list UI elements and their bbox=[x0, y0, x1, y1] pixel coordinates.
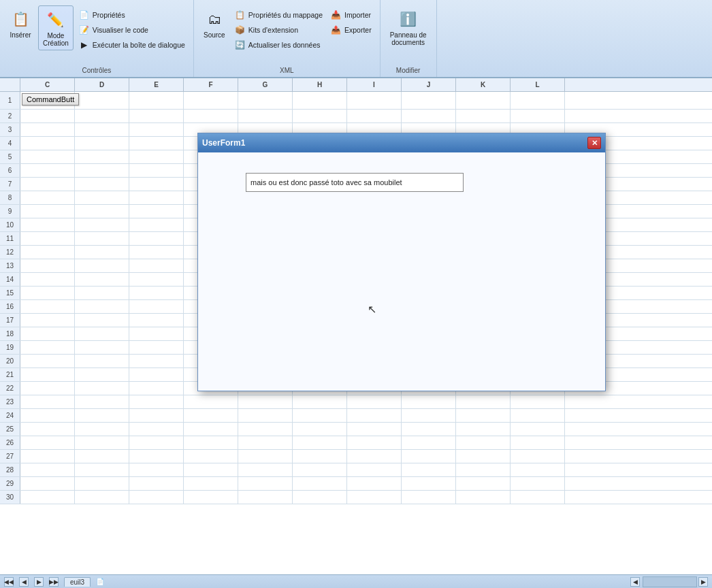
actualiser-icon: 🔄 bbox=[235, 39, 246, 50]
col-header-e: E bbox=[129, 78, 184, 91]
col-header-d: D bbox=[75, 78, 129, 91]
proprietes-mappage-label: Propriétés du mappage bbox=[248, 11, 323, 19]
col-header-i: I bbox=[347, 78, 402, 91]
horizontal-scrollbar-thumb[interactable] bbox=[643, 576, 697, 587]
col-header-k: K bbox=[456, 78, 511, 91]
tab-nav-prev[interactable]: ◀ bbox=[19, 577, 29, 587]
table-row: 27 bbox=[0, 450, 712, 463]
visualiser-code-icon: 📝 bbox=[79, 24, 90, 35]
cell-i1[interactable] bbox=[347, 92, 402, 109]
table-row: 1 CommandButt bbox=[0, 92, 712, 110]
inserer-label: Insérer bbox=[10, 31, 31, 39]
actualiser-label: Actualiser les données bbox=[248, 41, 321, 49]
userform-dialog[interactable]: UserForm1 ✕ bbox=[197, 133, 606, 391]
ribbon-buttons-controles: 📋 Insérer ✏️ ModeCréation 📄 Propriétés 📝… bbox=[5, 3, 188, 74]
table-row: 26 bbox=[0, 436, 712, 450]
dialog-textbox[interactable] bbox=[246, 173, 464, 192]
sheet-tab-label: euil3 bbox=[70, 578, 84, 586]
proprietes-mappage-button[interactable]: 📋 Propriétés du mappage bbox=[232, 8, 325, 22]
ribbon-section-controles: 📋 Insérer ✏️ ModeCréation 📄 Propriétés 📝… bbox=[0, 0, 194, 77]
source-label: Source bbox=[204, 31, 225, 39]
modifier-section-label: Modifier bbox=[381, 67, 436, 74]
mode-creation-button[interactable]: ✏️ ModeCréation bbox=[38, 5, 74, 50]
command-button-label: CommandButt bbox=[27, 95, 74, 103]
visualiser-code-button[interactable]: 📝 Visualiser le code bbox=[76, 23, 188, 37]
cell-h1[interactable] bbox=[293, 92, 347, 109]
actualiser-button[interactable]: 🔄 Actualiser les données bbox=[232, 38, 325, 52]
panneau-documents-button[interactable]: ℹ️ Panneau dedocuments bbox=[386, 5, 431, 49]
sheet-icon: 📄 bbox=[96, 578, 104, 585]
kits-icon: 📦 bbox=[235, 24, 246, 35]
controles-section-label: Contrôles bbox=[0, 67, 193, 74]
importer-label: Importer bbox=[344, 11, 371, 19]
dialog-close-button[interactable]: ✕ bbox=[587, 137, 601, 149]
executer-boite-button[interactable]: ▶ Exécuter la boîte de dialogue bbox=[76, 38, 188, 52]
scroll-right-btn[interactable]: ▶ bbox=[698, 577, 708, 587]
table-row: 28 bbox=[0, 463, 712, 477]
row-num-header bbox=[0, 78, 20, 91]
status-bar: ◀◀ ◀ ▶ ▶▶ euil3 📄 ◀ ▶ bbox=[0, 574, 712, 588]
column-header-row: C D E F G H I J K L bbox=[0, 78, 712, 92]
xml-section-label: XML bbox=[194, 67, 380, 74]
cmd-button-cell[interactable]: CommandButt bbox=[20, 92, 75, 109]
executer-label: Exécuter la boîte de dialogue bbox=[93, 41, 185, 49]
tab-nav-last[interactable]: ▶▶ bbox=[49, 577, 59, 587]
table-row: 2 bbox=[0, 110, 712, 123]
proprietes-icon: 📄 bbox=[79, 10, 90, 20]
ribbon: 📋 Insérer ✏️ ModeCréation 📄 Propriétés 📝… bbox=[0, 0, 712, 78]
table-row: 29 bbox=[0, 477, 712, 491]
col-header-j: J bbox=[402, 78, 456, 91]
exporter-icon: 📤 bbox=[331, 24, 342, 35]
ribbon-section-modifier: ℹ️ Panneau dedocuments Modifier bbox=[381, 0, 437, 77]
col-header-l: L bbox=[511, 78, 565, 91]
table-row: 25 bbox=[0, 423, 712, 436]
dialog-titlebar: UserForm1 ✕ bbox=[198, 133, 605, 152]
col-header-c: C bbox=[20, 78, 75, 91]
scroll-left-btn[interactable]: ◀ bbox=[630, 577, 640, 587]
visualiser-code-label: Visualiser le code bbox=[93, 26, 148, 34]
cell-g1[interactable] bbox=[238, 92, 293, 109]
cell-j1[interactable] bbox=[402, 92, 456, 109]
cell-e1[interactable] bbox=[129, 92, 184, 109]
cell-d1[interactable] bbox=[75, 92, 129, 109]
kits-extension-button[interactable]: 📦 Kits d'extension bbox=[232, 23, 325, 37]
command-button-widget[interactable]: CommandButt bbox=[22, 93, 79, 105]
main-area: C D E F G H I J K L 1 CommandButt bbox=[0, 78, 712, 588]
tab-nav-next[interactable]: ▶ bbox=[34, 577, 44, 587]
cell-f1[interactable] bbox=[184, 92, 238, 109]
tab-nav-first[interactable]: ◀◀ bbox=[4, 577, 14, 587]
ribbon-buttons-modifier: ℹ️ Panneau dedocuments bbox=[386, 3, 431, 74]
col-header-g: G bbox=[238, 78, 293, 91]
exporter-button[interactable]: 📤 Exporter bbox=[328, 23, 374, 37]
mode-creation-label: ModeCréation bbox=[43, 32, 69, 47]
ribbon-buttons-xml: 🗂 Source 📋 Propriétés du mappage 📦 Kits … bbox=[199, 3, 374, 74]
exporter-label: Exporter bbox=[344, 26, 372, 34]
source-button[interactable]: 🗂 Source bbox=[199, 5, 229, 42]
xml-small-group: 📋 Propriétés du mappage 📦 Kits d'extensi… bbox=[232, 5, 325, 64]
importer-button[interactable]: 📥 Importer bbox=[328, 8, 374, 22]
importer-icon: 📥 bbox=[331, 10, 342, 20]
row-num-1: 1 bbox=[0, 92, 20, 109]
cell-k1[interactable] bbox=[456, 92, 511, 109]
cell-l1[interactable] bbox=[511, 92, 565, 109]
inserer-icon: 📋 bbox=[10, 8, 31, 30]
dialog-body[interactable] bbox=[198, 152, 605, 391]
grid-container: C D E F G H I J K L 1 CommandButt bbox=[0, 78, 712, 588]
kits-label: Kits d'extension bbox=[248, 26, 298, 34]
xml-import-export-group: 📥 Importer 📤 Exporter bbox=[328, 5, 374, 49]
mode-creation-icon: ✏️ bbox=[45, 9, 67, 31]
panneau-icon: ℹ️ bbox=[398, 8, 419, 30]
proprietes-label: Propriétés bbox=[93, 11, 125, 19]
controls-small-group: 📄 Propriétés 📝 Visualiser le code ▶ Exéc… bbox=[76, 5, 188, 64]
proprietes-mappage-icon: 📋 bbox=[235, 10, 246, 20]
inserer-button[interactable]: 📋 Insérer bbox=[5, 5, 35, 42]
sheet-tab-euil3[interactable]: euil3 bbox=[64, 577, 91, 587]
col-header-f: F bbox=[184, 78, 238, 91]
panneau-label: Panneau dedocuments bbox=[390, 31, 427, 46]
col-header-h: H bbox=[293, 78, 347, 91]
dialog-title: UserForm1 bbox=[202, 138, 245, 148]
proprietes-button[interactable]: 📄 Propriétés bbox=[76, 8, 188, 22]
source-icon: 🗂 bbox=[204, 8, 225, 30]
table-row: 30 bbox=[0, 491, 712, 504]
executer-icon: ▶ bbox=[79, 39, 90, 50]
